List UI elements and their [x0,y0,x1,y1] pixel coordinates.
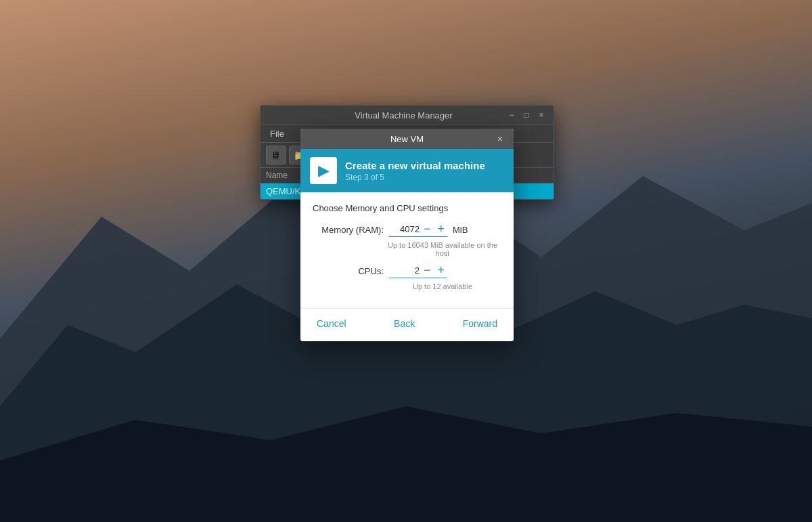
wizard-title: Create a new virtual machine [345,160,485,171]
play-icon: ▶ [318,162,330,179]
section-title: Choose Memory and CPU settings [313,203,501,213]
memory-value: 4072 [389,224,420,234]
close-button[interactable]: × [536,110,547,121]
maximize-button[interactable]: □ [521,110,532,121]
cpu-label: CPUs: [313,266,384,276]
cancel-button[interactable]: Cancel [311,316,352,332]
memory-hint: Up to 16043 MiB available on the host [384,241,501,257]
minimize-button[interactable]: − [506,110,517,121]
cpu-decrease-button[interactable]: − [421,264,434,276]
modal-titlebar: New VM × [300,129,514,149]
new-vm-modal: New VM × ▶ Create a new virtual machine … [300,129,514,341]
memory-increase-button[interactable]: + [435,223,448,235]
cpu-row: CPUs: 2 − + [313,264,501,278]
menu-file[interactable]: File [266,127,288,140]
modal-footer: Cancel Back Forward [300,308,514,341]
title-bar: Virtual Machine Manager − □ × [261,106,554,125]
memory-spinner: 4072 − + [389,223,447,237]
forward-button[interactable]: Forward [457,316,503,332]
modal-header-band: ▶ Create a new virtual machine Step 3 of… [300,149,514,192]
monitor-icon: 🖥 [271,150,281,160]
back-button[interactable]: Back [388,316,420,332]
window-controls: − □ × [506,110,547,121]
vm-header-icon: ▶ [310,157,337,184]
modal-close-button[interactable]: × [493,132,507,146]
memory-unit: MiB [453,225,468,235]
cpu-increase-button[interactable]: + [435,264,448,276]
wizard-step: Step 3 of 5 [345,173,485,182]
memory-decrease-button[interactable]: − [421,223,434,235]
window-title: Virtual Machine Manager [301,110,506,121]
modal-title: New VM [321,134,493,144]
cpu-hint: Up to 12 available [384,282,501,290]
cpu-spinner: 2 − + [389,264,447,278]
cpu-value: 2 [389,265,420,276]
memory-label: Memory (RAM): [313,225,384,235]
svg-marker-3 [0,406,812,522]
modal-header-text: Create a new virtual machine Step 3 of 5 [345,160,485,182]
memory-row: Memory (RAM): 4072 − + MiB [313,223,501,237]
new-vm-toolbar-btn[interactable]: 🖥 [266,146,286,165]
modal-body: Choose Memory and CPU settings Memory (R… [300,192,514,308]
